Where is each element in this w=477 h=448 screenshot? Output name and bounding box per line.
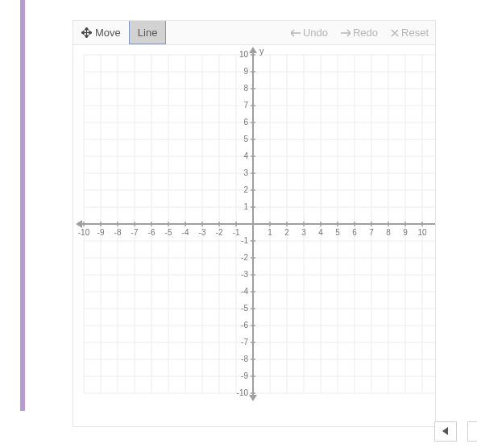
svg-text:-10: -10 <box>78 228 90 237</box>
svg-text:10: 10 <box>239 50 249 59</box>
svg-text:y: y <box>259 46 264 56</box>
svg-text:9: 9 <box>243 67 248 76</box>
svg-text:2: 2 <box>284 228 289 237</box>
svg-text:-1: -1 <box>241 236 248 245</box>
move-icon <box>81 27 92 38</box>
svg-marker-2 <box>85 27 89 30</box>
svg-marker-55 <box>249 47 257 53</box>
undo-label: Undo <box>303 27 328 39</box>
prev-page-button[interactable] <box>434 421 457 442</box>
reset-label: Reset <box>401 27 429 39</box>
svg-text:10: 10 <box>417 228 427 237</box>
svg-text:4: 4 <box>318 228 323 237</box>
svg-text:3: 3 <box>301 228 306 237</box>
toolbar-spacer <box>165 21 284 44</box>
svg-marker-5 <box>89 31 92 35</box>
graph-toolbar: Move Line Undo Redo Res <box>73 21 435 45</box>
svg-text:5: 5 <box>243 135 248 143</box>
line-tool-label: Line <box>138 27 158 39</box>
svg-text:-3: -3 <box>241 270 248 279</box>
coordinate-plane[interactable]: -10-9-8-7-6-5-4-3-2-11234567891010987654… <box>73 45 435 426</box>
redo-button[interactable]: Redo <box>334 21 384 44</box>
svg-text:-10: -10 <box>237 388 249 397</box>
svg-text:-2: -2 <box>216 228 223 237</box>
svg-text:7: 7 <box>369 228 374 237</box>
svg-text:-4: -4 <box>182 228 189 237</box>
redo-label: Redo <box>353 27 378 39</box>
reset-icon <box>391 29 399 37</box>
reset-button[interactable]: Reset <box>384 21 435 44</box>
toolbar-right-group: Undo Redo Reset <box>284 21 435 44</box>
svg-text:-4: -4 <box>241 287 248 296</box>
svg-text:-9: -9 <box>241 371 248 380</box>
svg-text:-5: -5 <box>241 304 248 313</box>
svg-text:-9: -9 <box>97 228 105 237</box>
svg-text:-6: -6 <box>241 321 248 330</box>
svg-text:6: 6 <box>243 118 248 127</box>
redo-icon <box>341 29 350 37</box>
move-tool-label: Move <box>95 27 121 39</box>
svg-text:-3: -3 <box>199 228 206 237</box>
next-page-button-partial[interactable] <box>467 421 477 442</box>
svg-text:6: 6 <box>352 228 357 237</box>
move-tool-button[interactable]: Move <box>73 21 130 44</box>
svg-text:-7: -7 <box>241 338 248 346</box>
accent-stripe <box>20 0 25 411</box>
svg-marker-4 <box>81 31 84 35</box>
svg-text:-5: -5 <box>165 228 172 237</box>
svg-text:3: 3 <box>243 168 248 177</box>
svg-text:-6: -6 <box>148 228 156 237</box>
svg-text:9: 9 <box>403 228 408 237</box>
svg-marker-54 <box>76 220 82 228</box>
svg-text:4: 4 <box>243 151 248 160</box>
svg-text:-2: -2 <box>241 253 248 262</box>
svg-text:-7: -7 <box>131 228 139 237</box>
svg-text:7: 7 <box>243 101 248 110</box>
svg-text:8: 8 <box>386 228 391 237</box>
svg-marker-3 <box>85 35 89 38</box>
svg-text:1: 1 <box>243 202 248 211</box>
undo-button[interactable]: Undo <box>284 21 334 44</box>
svg-text:2: 2 <box>243 185 248 194</box>
svg-text:-8: -8 <box>114 228 122 237</box>
svg-marker-56 <box>249 395 257 401</box>
line-tool-button[interactable]: Line <box>129 21 167 44</box>
coordinate-grid: -10-9-8-7-6-5-4-3-2-11234567891010987654… <box>73 45 435 426</box>
triangle-left-icon <box>442 426 449 438</box>
graph-panel: Move Line Undo Redo Res <box>73 20 436 427</box>
svg-text:1: 1 <box>268 228 272 237</box>
svg-text:8: 8 <box>243 84 248 93</box>
undo-icon <box>291 29 301 37</box>
svg-text:-1: -1 <box>233 228 240 237</box>
svg-text:-8: -8 <box>241 355 248 363</box>
svg-marker-139 <box>442 427 448 435</box>
svg-text:5: 5 <box>335 228 340 237</box>
